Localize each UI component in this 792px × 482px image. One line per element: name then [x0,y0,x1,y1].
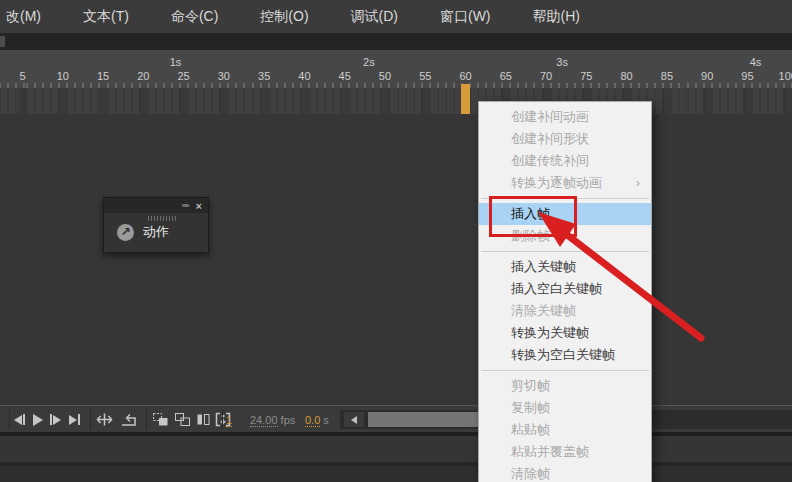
ruler-seconds-label: 2s [363,56,375,68]
context-menu-item-cut-frames[interactable]: 剪切帧 [479,375,651,397]
context-menu-item-convert-to-keyframe[interactable]: 转换为关键帧 [479,322,651,344]
menubar-item-window[interactable]: 窗口(W) [419,0,512,33]
ruler-frame-number: 15 [97,70,109,82]
menubar-item-control[interactable]: 控制(O) [239,0,329,33]
ruler-frame-number: 70 [540,70,552,82]
step-back-one-frame-button[interactable] [14,412,25,427]
context-menu-item-create-classic-tween[interactable]: 创建传统补间 [479,150,651,172]
ruler-frame-number: 60 [459,70,471,82]
ruler-seconds-label: 3s [556,56,568,68]
ruler-frame-number: 35 [258,70,270,82]
toolbar-separator [222,409,223,430]
ruler-frame-number: 55 [419,70,431,82]
frame-rate-unit: fps [281,414,296,426]
menubar: 改(M)文本(T)命令(C)控制(O)调试(D)窗口(W)帮助(H) [0,0,792,33]
ruler-seconds-label: 1s [170,56,182,68]
annotation-red-rectangle [489,196,577,237]
context-menu-item-clear-frames[interactable]: 清除帧 [479,463,651,482]
current-frame-field[interactable]: 1 [226,414,232,427]
elapsed-time-value[interactable]: 0.0 [305,414,320,427]
timeline-panel-edge-tab [0,36,5,47]
onion-skin-icon[interactable] [152,412,169,427]
context-menu-separator [479,247,651,256]
timeline-frame-grid[interactable] [0,88,792,116]
timeline-context-menu: 创建补间动画创建补间形状创建传统补间转换为逐帧动画›插入帧删除帧插入关键帧插入空… [478,101,652,482]
ruler-frame-number: 30 [218,70,230,82]
lower-panel-strip [0,466,792,482]
menubar-item-debug[interactable]: 调试(D) [330,0,419,33]
context-menu-item-clear-keyframe[interactable]: 清除关键帧 [479,300,651,322]
frame-rate-value[interactable]: 24.00 [250,414,278,427]
playback-toolbar: 1 24.00 fps 0.0 s [0,405,792,433]
context-menu-item-insert-keyframe[interactable]: 插入关键帧 [479,256,651,278]
ruler-frame-number: 95 [741,70,753,82]
ruler-frame-number: 45 [339,70,351,82]
ruler-frame-number: 85 [661,70,673,82]
play-button[interactable] [33,412,43,427]
toolbar-separator [9,409,10,430]
panel-collapse-icon[interactable]: »» [182,201,189,210]
context-menu-item-paste-frames[interactable]: 粘贴帧 [479,419,651,441]
actions-panel-header[interactable]: »» × [104,198,208,213]
menubar-item-modify[interactable]: 改(M) [0,0,62,33]
menubar-item-help[interactable]: 帮助(H) [512,0,601,33]
context-menu-item-paste-and-overwrite-frames[interactable]: 粘贴并覆盖帧 [479,441,651,463]
actions-panel-title: 动作 [143,223,169,241]
context-menu-separator [479,366,651,375]
ruler-seconds-label: 4s [750,56,762,68]
toolbar-separator [146,409,147,430]
ruler-frame-number: 40 [298,70,310,82]
submenu-arrow-icon: › [636,172,640,194]
context-menu-item-insert-blank-keyframe[interactable]: 插入空白关键帧 [479,278,651,300]
context-menu-item-copy-frames[interactable]: 复制帧 [479,397,651,419]
panel-drag-grip-icon[interactable] [148,216,176,221]
toolbar-separator [90,409,91,430]
menubar-item-commands[interactable]: 命令(C) [150,0,239,33]
panel-close-icon[interactable]: × [196,200,202,212]
onion-skin-outlines-icon[interactable] [174,412,191,427]
ruler-frame-number: 90 [701,70,713,82]
context-menu-item-convert-to-blank-keyframe[interactable]: 转换为空白关键帧 [479,344,651,366]
playhead-marker[interactable] [461,84,470,114]
context-menu-item-create-motion-tween[interactable]: 创建补间动画 [479,106,651,128]
go-to-last-frame-button[interactable] [69,412,80,427]
frame-rate-field[interactable]: 24.00 fps [250,414,295,426]
ruler-frame-number: 75 [580,70,592,82]
ruler-frame-number: 10 [57,70,69,82]
ruler-frame-number: 80 [621,70,633,82]
edit-multiple-frames-icon[interactable] [196,412,211,427]
step-forward-one-frame-button[interactable] [50,412,61,427]
menubar-item-text[interactable]: 文本(T) [62,0,150,33]
context-menu-item-create-shape-tween[interactable]: 创建补间形状 [479,128,651,150]
center-frame-icon[interactable] [96,412,113,427]
ruler-frame-number: 65 [500,70,512,82]
elapsed-time-field[interactable]: 0.0 s [305,414,329,426]
ruler-frame-number: 50 [379,70,391,82]
loop-playback-icon[interactable] [120,412,138,427]
flash-application-window: 改(M)文本(T)命令(C)控制(O)调试(D)窗口(W)帮助(H) 1s2s3… [0,0,792,482]
ruler-frame-number: 25 [177,70,189,82]
actions-panel[interactable]: »» × ↗ 动作 [103,197,209,253]
context-menu-item-convert-to-frame-animation[interactable]: 转换为逐帧动画› [479,172,651,194]
ruler-frame-number: 5 [19,70,25,82]
stage-area[interactable] [0,114,792,405]
lower-panel-strip [0,436,792,462]
actionscript-arrow-icon: ↗ [117,224,134,241]
ruler-frame-number: 100 [779,70,792,82]
timeline-panel-top-strip [0,33,792,50]
scrollbar-left-arrow-icon[interactable] [344,412,364,427]
elapsed-time-unit: s [323,414,329,426]
ruler-frame-number: 20 [137,70,149,82]
